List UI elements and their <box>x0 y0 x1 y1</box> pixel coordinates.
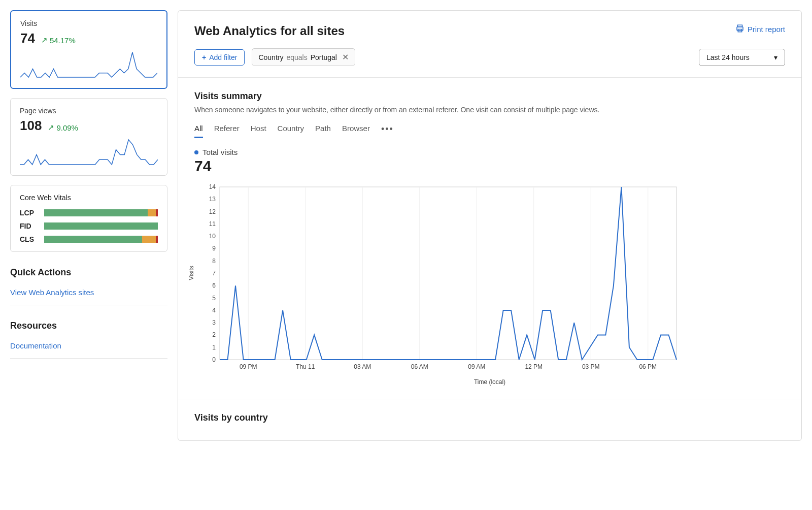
tab-path[interactable]: Path <box>315 124 331 138</box>
svg-text:06 AM: 06 AM <box>411 363 428 370</box>
tab-browser[interactable]: Browser <box>342 124 370 138</box>
cwv-bar <box>44 222 158 230</box>
svg-text:14: 14 <box>209 183 216 190</box>
svg-text:Thu 11: Thu 11 <box>296 363 315 370</box>
svg-text:12 PM: 12 PM <box>525 363 543 370</box>
quick-actions-heading: Quick Actions <box>10 267 167 278</box>
resources-heading: Resources <box>10 321 167 331</box>
visits-delta: ↗ 54.17% <box>41 36 76 45</box>
pageviews-card[interactable]: Page views 108 ↗ 9.09% <box>10 98 167 176</box>
legend-dot-icon <box>194 150 198 154</box>
visits-summary-title: Visits summary <box>194 91 785 102</box>
y-axis-label: Visits <box>188 266 195 280</box>
time-range-select[interactable]: Last 24 hours ▾ <box>699 49 785 66</box>
caret-down-icon: ▾ <box>774 53 777 61</box>
svg-text:6: 6 <box>212 282 216 289</box>
svg-text:11: 11 <box>209 220 216 228</box>
core-web-vitals-card[interactable]: Core Web Vitals LCP FID CLS <box>10 185 167 252</box>
svg-text:09 AM: 09 AM <box>468 363 485 370</box>
cwv-bar <box>44 209 158 216</box>
svg-text:2: 2 <box>212 331 216 338</box>
cwv-row-lcp: LCP <box>20 209 158 217</box>
cwv-bar <box>44 236 158 243</box>
tab-all[interactable]: All <box>194 124 203 138</box>
visits-sparkline <box>20 50 157 78</box>
x-axis-label: Time (local) <box>194 378 785 386</box>
svg-text:4: 4 <box>212 307 216 314</box>
svg-text:9: 9 <box>212 245 216 252</box>
add-filter-button[interactable]: + Add filter <box>194 49 245 66</box>
arrow-up-icon: ↗ <box>41 36 48 45</box>
filter-chip-country[interactable]: Country equals Portugal ✕ <box>252 48 355 66</box>
svg-text:3: 3 <box>212 319 216 326</box>
svg-rect-18 <box>220 187 676 360</box>
visits-value: 74 <box>20 30 35 46</box>
svg-text:5: 5 <box>212 295 216 302</box>
total-visits-value: 74 <box>194 157 785 175</box>
pageviews-delta: ↗ 9.09% <box>48 123 78 132</box>
cwv-label: FID <box>20 222 37 230</box>
svg-text:0: 0 <box>212 356 216 363</box>
arrow-up-icon: ↗ <box>48 123 54 132</box>
documentation-link[interactable]: Documentation <box>10 341 61 350</box>
svg-text:03 AM: 03 AM <box>354 363 371 370</box>
svg-text:06 PM: 06 PM <box>639 363 657 370</box>
svg-text:03 PM: 03 PM <box>582 363 600 370</box>
page-title: Web Analytics for all sites <box>194 24 345 38</box>
visits-label: Visits <box>20 19 157 27</box>
svg-text:12: 12 <box>209 208 216 215</box>
pageviews-value: 108 <box>20 118 42 134</box>
chart-legend: Total visits <box>194 148 785 156</box>
tab-more-icon[interactable]: ••• <box>381 124 394 138</box>
visits-summary-desc: When someone navigates to your website, … <box>194 106 785 114</box>
close-icon[interactable]: ✕ <box>342 52 349 62</box>
print-report-button[interactable]: Print report <box>735 24 785 35</box>
pageviews-label: Page views <box>20 107 158 115</box>
svg-text:8: 8 <box>212 258 216 265</box>
visits-by-country-title: Visits by country <box>194 412 785 423</box>
svg-text:1: 1 <box>212 344 216 351</box>
pageviews-sparkline <box>20 138 158 166</box>
svg-text:10: 10 <box>209 233 216 240</box>
print-icon <box>735 24 745 35</box>
tab-host[interactable]: Host <box>251 124 266 138</box>
cwv-label: CLS <box>20 235 37 243</box>
visits-card[interactable]: Visits 74 ↗ 54.17% <box>10 10 167 89</box>
cwv-title: Core Web Vitals <box>20 194 158 202</box>
cwv-label: LCP <box>20 209 37 217</box>
svg-text:7: 7 <box>212 270 216 277</box>
view-sites-link[interactable]: View Web Analytics sites <box>10 288 94 297</box>
plus-icon: + <box>202 53 206 61</box>
cwv-row-fid: FID <box>20 222 158 230</box>
svg-text:09 PM: 09 PM <box>240 363 257 370</box>
svg-text:13: 13 <box>209 196 216 203</box>
main-panel: Web Analytics for all sites Print report… <box>178 10 802 441</box>
summary-tabs: AllRefererHostCountryPathBrowser••• <box>194 124 785 139</box>
tab-referer[interactable]: Referer <box>214 124 240 138</box>
cwv-row-cls: CLS <box>20 235 158 243</box>
visits-line-chart: 0123456789101112131409 PMThu 1103 AM06 A… <box>194 182 682 375</box>
tab-country[interactable]: Country <box>278 124 304 138</box>
